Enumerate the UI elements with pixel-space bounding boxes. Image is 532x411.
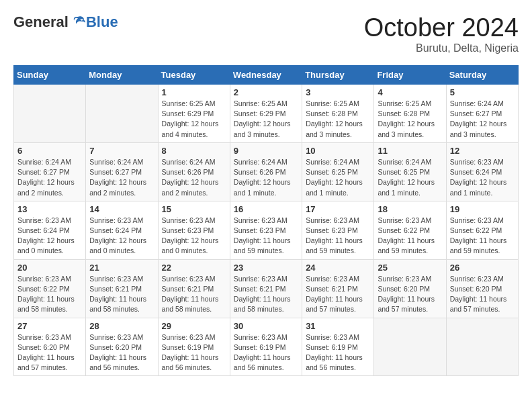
day-number: 6	[17, 146, 82, 156]
logo: General Blue	[13, 13, 118, 31]
day-info: Sunrise: 6:24 AM Sunset: 6:27 PM Dayligh…	[450, 99, 515, 140]
location-subtitle: Burutu, Delta, Nigeria	[364, 42, 519, 54]
day-info: Sunrise: 6:23 AM Sunset: 6:20 PM Dayligh…	[450, 274, 515, 315]
day-number: 30	[234, 321, 298, 331]
day-info: Sunrise: 6:25 AM Sunset: 6:28 PM Dayligh…	[306, 99, 370, 140]
day-info: Sunrise: 6:24 AM Sunset: 6:27 PM Dayligh…	[17, 157, 82, 198]
header-cell-tuesday: Tuesday	[158, 66, 230, 85]
header-cell-monday: Monday	[86, 66, 158, 85]
month-title: October 2024	[364, 13, 519, 42]
calendar-cell: 27Sunrise: 6:23 AM Sunset: 6:20 PM Dayli…	[14, 318, 86, 376]
calendar-cell: 6Sunrise: 6:24 AM Sunset: 6:27 PM Daylig…	[14, 142, 86, 201]
calendar-cell	[446, 318, 518, 376]
calendar-cell: 28Sunrise: 6:23 AM Sunset: 6:20 PM Dayli…	[86, 318, 158, 376]
calendar-cell: 25Sunrise: 6:23 AM Sunset: 6:20 PM Dayli…	[374, 259, 446, 318]
day-number: 5	[450, 87, 515, 97]
calendar-table: SundayMondayTuesdayWednesdayThursdayFrid…	[13, 65, 519, 376]
day-info: Sunrise: 6:23 AM Sunset: 6:21 PM Dayligh…	[306, 274, 370, 315]
day-info: Sunrise: 6:23 AM Sunset: 6:24 PM Dayligh…	[17, 216, 82, 257]
day-info: Sunrise: 6:23 AM Sunset: 6:21 PM Dayligh…	[89, 274, 154, 315]
day-info: Sunrise: 6:23 AM Sunset: 6:21 PM Dayligh…	[162, 274, 226, 315]
calendar-cell: 16Sunrise: 6:23 AM Sunset: 6:23 PM Dayli…	[230, 201, 302, 259]
calendar-cell: 22Sunrise: 6:23 AM Sunset: 6:21 PM Dayli…	[158, 259, 230, 318]
day-info: Sunrise: 6:25 AM Sunset: 6:29 PM Dayligh…	[234, 99, 298, 140]
calendar-body: 1Sunrise: 6:25 AM Sunset: 6:29 PM Daylig…	[14, 85, 519, 376]
day-info: Sunrise: 6:23 AM Sunset: 6:24 PM Dayligh…	[450, 157, 515, 198]
day-number: 25	[378, 263, 442, 273]
calendar-cell: 7Sunrise: 6:24 AM Sunset: 6:27 PM Daylig…	[86, 142, 158, 201]
day-info: Sunrise: 6:23 AM Sunset: 6:23 PM Dayligh…	[234, 216, 298, 257]
header-cell-sunday: Sunday	[14, 66, 86, 85]
day-number: 20	[17, 263, 82, 273]
calendar-cell: 29Sunrise: 6:23 AM Sunset: 6:19 PM Dayli…	[158, 318, 230, 376]
week-row-2: 6Sunrise: 6:24 AM Sunset: 6:27 PM Daylig…	[14, 142, 519, 201]
day-info: Sunrise: 6:23 AM Sunset: 6:21 PM Dayligh…	[234, 274, 298, 315]
calendar-cell: 12Sunrise: 6:23 AM Sunset: 6:24 PM Dayli…	[446, 142, 518, 201]
day-number: 22	[162, 263, 226, 273]
calendar-cell: 2Sunrise: 6:25 AM Sunset: 6:29 PM Daylig…	[230, 85, 302, 143]
calendar-cell: 15Sunrise: 6:23 AM Sunset: 6:23 PM Dayli…	[158, 201, 230, 259]
calendar-cell: 24Sunrise: 6:23 AM Sunset: 6:21 PM Dayli…	[302, 259, 374, 318]
day-number: 2	[234, 87, 298, 97]
calendar-cell: 26Sunrise: 6:23 AM Sunset: 6:20 PM Dayli…	[446, 259, 518, 318]
day-number: 26	[450, 263, 515, 273]
day-info: Sunrise: 6:23 AM Sunset: 6:22 PM Dayligh…	[17, 274, 82, 315]
day-info: Sunrise: 6:24 AM Sunset: 6:25 PM Dayligh…	[306, 157, 370, 198]
day-number: 9	[234, 146, 298, 156]
calendar-cell: 13Sunrise: 6:23 AM Sunset: 6:24 PM Dayli…	[14, 201, 86, 259]
calendar-cell: 10Sunrise: 6:24 AM Sunset: 6:25 PM Dayli…	[302, 142, 374, 201]
calendar-cell: 18Sunrise: 6:23 AM Sunset: 6:22 PM Dayli…	[374, 201, 446, 259]
day-info: Sunrise: 6:23 AM Sunset: 6:20 PM Dayligh…	[17, 332, 82, 373]
day-info: Sunrise: 6:23 AM Sunset: 6:20 PM Dayligh…	[89, 332, 154, 373]
calendar-cell	[86, 85, 158, 143]
week-row-1: 1Sunrise: 6:25 AM Sunset: 6:29 PM Daylig…	[14, 85, 519, 143]
calendar-cell: 11Sunrise: 6:24 AM Sunset: 6:25 PM Dayli…	[374, 142, 446, 201]
logo-bird-icon	[70, 14, 86, 30]
day-number: 4	[378, 87, 442, 97]
day-info: Sunrise: 6:23 AM Sunset: 6:19 PM Dayligh…	[162, 332, 226, 373]
calendar-cell: 17Sunrise: 6:23 AM Sunset: 6:23 PM Dayli…	[302, 201, 374, 259]
calendar-cell: 14Sunrise: 6:23 AM Sunset: 6:24 PM Dayli…	[86, 201, 158, 259]
day-info: Sunrise: 6:25 AM Sunset: 6:28 PM Dayligh…	[378, 99, 442, 140]
day-number: 18	[378, 204, 442, 214]
week-row-4: 20Sunrise: 6:23 AM Sunset: 6:22 PM Dayli…	[14, 259, 519, 318]
header-row: SundayMondayTuesdayWednesdayThursdayFrid…	[14, 66, 519, 85]
day-number: 13	[17, 204, 82, 214]
header-cell-thursday: Thursday	[302, 66, 374, 85]
calendar-header: SundayMondayTuesdayWednesdayThursdayFrid…	[14, 66, 519, 85]
calendar-cell: 3Sunrise: 6:25 AM Sunset: 6:28 PM Daylig…	[302, 85, 374, 143]
logo-general-text: General	[13, 13, 69, 31]
week-row-5: 27Sunrise: 6:23 AM Sunset: 6:20 PM Dayli…	[14, 318, 519, 376]
day-info: Sunrise: 6:24 AM Sunset: 6:26 PM Dayligh…	[162, 157, 226, 198]
calendar-cell: 21Sunrise: 6:23 AM Sunset: 6:21 PM Dayli…	[86, 259, 158, 318]
day-info: Sunrise: 6:24 AM Sunset: 6:25 PM Dayligh…	[378, 157, 442, 198]
day-info: Sunrise: 6:23 AM Sunset: 6:19 PM Dayligh…	[234, 332, 298, 373]
day-number: 17	[306, 204, 370, 214]
day-number: 11	[378, 146, 442, 156]
day-number: 15	[162, 204, 226, 214]
day-number: 10	[306, 146, 370, 156]
day-number: 8	[162, 146, 226, 156]
day-info: Sunrise: 6:23 AM Sunset: 6:19 PM Dayligh…	[306, 332, 370, 373]
day-info: Sunrise: 6:24 AM Sunset: 6:26 PM Dayligh…	[234, 157, 298, 198]
day-number: 14	[89, 204, 154, 214]
week-row-3: 13Sunrise: 6:23 AM Sunset: 6:24 PM Dayli…	[14, 201, 519, 259]
day-number: 7	[89, 146, 154, 156]
day-number: 29	[162, 321, 226, 331]
day-number: 1	[162, 87, 226, 97]
header-cell-saturday: Saturday	[446, 66, 518, 85]
calendar-cell: 9Sunrise: 6:24 AM Sunset: 6:26 PM Daylig…	[230, 142, 302, 201]
day-number: 21	[89, 263, 154, 273]
day-info: Sunrise: 6:24 AM Sunset: 6:27 PM Dayligh…	[89, 157, 154, 198]
logo-blue-text: Blue	[86, 13, 118, 31]
page-header: General Blue October 2024 Burutu, Delta,…	[13, 13, 519, 54]
day-number: 16	[234, 204, 298, 214]
calendar-cell: 23Sunrise: 6:23 AM Sunset: 6:21 PM Dayli…	[230, 259, 302, 318]
day-number: 31	[306, 321, 370, 331]
day-number: 28	[89, 321, 154, 331]
calendar-cell	[374, 318, 446, 376]
day-number: 27	[17, 321, 82, 331]
day-info: Sunrise: 6:25 AM Sunset: 6:29 PM Dayligh…	[162, 99, 226, 140]
day-info: Sunrise: 6:23 AM Sunset: 6:24 PM Dayligh…	[89, 216, 154, 257]
calendar-cell: 20Sunrise: 6:23 AM Sunset: 6:22 PM Dayli…	[14, 259, 86, 318]
